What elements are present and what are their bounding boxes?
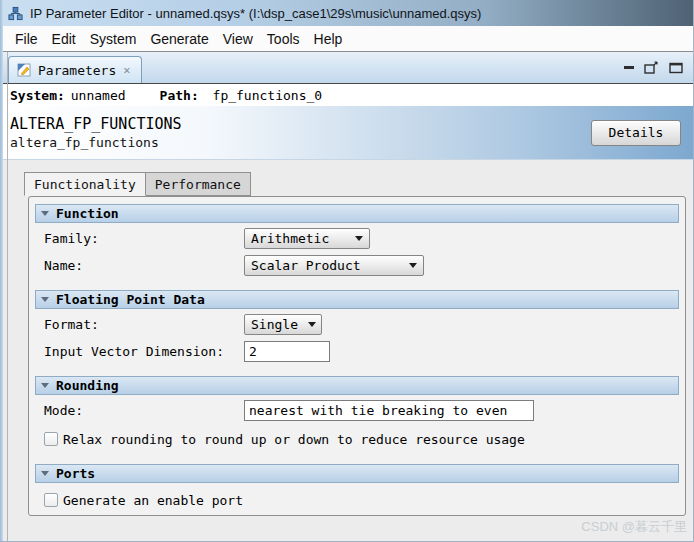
ip-names: ALTERA_FP_FUNCTIONS altera_fp_functions (10, 115, 182, 150)
watermark: CSDN @暮云千里 (581, 518, 687, 536)
window-title: IP Parameter Editor - unnamed.qsys* (I:\… (30, 6, 481, 21)
view-window-controls (624, 61, 683, 83)
path-value: fp_functions_0 (213, 88, 323, 103)
view-tab-bar: Parameters ✕ (0, 52, 693, 84)
system-path-bar: System: unnamed Path: fp_functions_0 (0, 84, 693, 106)
collapse-triangle-icon[interactable] (41, 297, 49, 302)
section-floating-point-data-title: Floating Point Data (56, 292, 205, 307)
dropdown-arrow-icon (409, 263, 417, 268)
section-floating-point-data: Floating Point Data Format: Single Input… (35, 290, 679, 363)
tab-functionality[interactable]: Functionality (24, 172, 146, 196)
ip-parameter-editor-window: IP Parameter Editor - unnamed.qsys* (I:\… (0, 0, 694, 542)
qsys-app-icon (8, 6, 23, 21)
maximize-view-icon[interactable] (669, 62, 683, 74)
family-label: Family: (44, 231, 244, 246)
parameter-content: Functionality Performance Function Famil… (0, 160, 693, 516)
name-label: Name: (44, 258, 244, 273)
menu-item-file[interactable]: File (8, 28, 45, 50)
section-rounding-title: Rounding (56, 378, 119, 393)
menu-item-edit[interactable]: Edit (45, 28, 83, 50)
input-vector-dimension-label: Input Vector Dimension: (44, 344, 244, 359)
format-label: Format: (44, 317, 244, 332)
family-value: Arithmetic (251, 231, 329, 246)
dropdown-arrow-icon (308, 322, 316, 327)
mode-field[interactable] (244, 400, 534, 421)
section-ports-header[interactable]: Ports (35, 464, 679, 483)
section-function: Function Family: Arithmetic Name: Scalar… (35, 204, 679, 277)
collapse-triangle-icon[interactable] (41, 211, 49, 216)
system-value: unnamed (71, 88, 126, 103)
section-floating-point-data-header[interactable]: Floating Point Data (35, 290, 679, 309)
relax-rounding-checkbox[interactable] (44, 432, 58, 446)
menu-item-view[interactable]: View (216, 28, 260, 50)
menu-bar: File Edit System Generate View Tools Hel… (0, 26, 693, 52)
section-ports-title: Ports (56, 466, 95, 481)
name-select[interactable]: Scalar Product (244, 255, 424, 276)
collapse-triangle-icon[interactable] (41, 471, 49, 476)
generate-enable-port-checkbox[interactable] (44, 493, 58, 507)
ip-instance-name: altera_fp_functions (10, 135, 182, 150)
title-bar[interactable]: IP Parameter Editor - unnamed.qsys* (I:\… (0, 0, 693, 26)
dropdown-arrow-icon (355, 236, 363, 241)
mode-row: Mode: (44, 398, 679, 422)
family-select[interactable]: Arithmetic (244, 228, 370, 249)
inner-frame-divider (7, 52, 8, 541)
relax-rounding-row: Relax rounding to round up or down to re… (44, 427, 679, 451)
relax-rounding-label: Relax rounding to round up or down to re… (63, 432, 525, 447)
functionality-panel: Function Family: Arithmetic Name: Scalar… (28, 196, 686, 516)
menu-item-system[interactable]: System (83, 28, 144, 50)
system-label: System: (10, 88, 65, 103)
menu-item-generate[interactable]: Generate (143, 28, 215, 50)
section-ports: Ports Generate an enable port (35, 464, 679, 512)
tab-performance[interactable]: Performance (146, 172, 251, 196)
ip-header-band: ALTERA_FP_FUNCTIONS altera_fp_functions … (0, 106, 693, 160)
input-vector-dimension-field[interactable] (244, 341, 330, 362)
format-row: Format: Single (44, 312, 679, 336)
input-vector-dimension-row: Input Vector Dimension: (44, 339, 679, 363)
float-view-icon[interactable] (644, 61, 659, 74)
format-select[interactable]: Single (244, 314, 322, 335)
close-tab-icon[interactable]: ✕ (123, 63, 130, 77)
path-label: Path: (160, 88, 199, 103)
parameters-wrench-icon (17, 63, 31, 77)
page-tabs: Functionality Performance (24, 172, 693, 196)
menu-item-tools[interactable]: Tools (260, 28, 307, 50)
tab-parameters-label: Parameters (38, 63, 116, 78)
ip-display-name: ALTERA_FP_FUNCTIONS (10, 115, 182, 133)
collapse-triangle-icon[interactable] (41, 383, 49, 388)
section-rounding-header[interactable]: Rounding (35, 376, 679, 395)
family-row: Family: Arithmetic (44, 226, 679, 250)
format-value: Single (251, 317, 298, 332)
menu-item-help[interactable]: Help (307, 28, 350, 50)
minimize-view-icon[interactable] (624, 66, 634, 69)
name-row: Name: Scalar Product (44, 253, 679, 277)
tab-parameters[interactable]: Parameters ✕ (8, 56, 142, 83)
name-value: Scalar Product (251, 258, 361, 273)
section-function-title: Function (56, 206, 119, 221)
mode-label: Mode: (44, 403, 244, 418)
generate-enable-port-row: Generate an enable port (44, 488, 679, 512)
section-rounding: Rounding Mode: Relax rounding to round u… (35, 376, 679, 451)
generate-enable-port-label: Generate an enable port (63, 493, 243, 508)
details-button[interactable]: Details (591, 120, 681, 146)
section-function-header[interactable]: Function (35, 204, 679, 223)
